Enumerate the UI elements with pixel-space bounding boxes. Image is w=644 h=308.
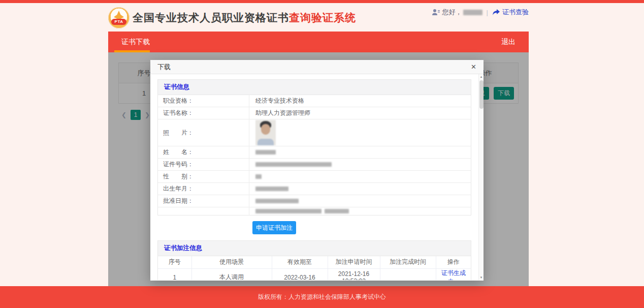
scrollbar-thumb[interactable] — [479, 80, 484, 109]
anno-cell-scene: 本人调用 — [191, 268, 272, 280]
separator: | — [487, 9, 488, 16]
anno-col-valid-until: 有效期至 — [272, 256, 328, 268]
anno-col-apply-time: 加注申请时间 — [328, 256, 380, 268]
redacted-name — [255, 150, 276, 155]
cert-verify-link[interactable]: 证书查验 — [492, 8, 529, 17]
field-occupation: 职业资格： 经济专业技术资格 — [158, 95, 471, 107]
anno-cell-index: 1 — [158, 268, 191, 280]
anno-col-action: 操作 — [436, 256, 471, 268]
field-cert-name-label: 证书名称： — [158, 107, 249, 119]
page-title-main: 全国专业技术人员职业资格证书 — [133, 12, 289, 23]
field-id-number-label: 证件号码： — [158, 159, 249, 170]
page-title-accent: 查询验证系统 — [289, 12, 356, 23]
page-footer: 版权所有：人力资源和社会保障部人事考试中心 — [0, 286, 644, 308]
field-photo-label: 照 片： — [158, 119, 249, 146]
redacted-id-number — [255, 162, 332, 167]
cert-verify-link-label: 证书查验 — [502, 8, 529, 17]
field-photo: 照 片： — [158, 119, 471, 146]
anno-col-scene: 使用场景 — [191, 256, 272, 268]
field-name-value — [249, 146, 471, 158]
cert-info-section-title: 证书信息 — [158, 80, 471, 95]
annotation-table-row: 1 本人调用 2022-03-16 2021-12-16 10:53:02 证书… — [158, 268, 471, 280]
field-name-label: 姓 名： — [158, 146, 249, 158]
scroll-up-icon[interactable]: ▲ — [480, 74, 483, 79]
redacted-approve-date — [255, 199, 299, 203]
anno-cell-complete-time — [380, 268, 436, 280]
dialog-body: 证书信息 职业资格： 经济专业技术资格 证书名称： 助理人力资源管理师 照 片： — [150, 74, 484, 280]
close-icon[interactable]: ✕ — [471, 64, 476, 70]
page-header: PTA 全国专业技术人员职业资格证书查询验证系统 您好， | 证书查验 — [0, 3, 644, 32]
field-birth-label: 出生年月： — [158, 183, 249, 195]
field-extra — [158, 207, 471, 215]
pta-logo-icon: PTA — [108, 7, 130, 28]
anno-col-complete-time: 加注完成时间 — [380, 256, 436, 268]
portrait-photo — [255, 120, 276, 145]
dialog-scrollbar[interactable]: ▲ ▼ — [478, 74, 484, 280]
field-id-number-value — [249, 159, 471, 170]
field-birth: 出生年月： — [158, 183, 471, 195]
anno-cell-apply-time: 2021-12-16 10:53:02 — [328, 268, 380, 280]
field-gender-label: 性 别： — [158, 171, 249, 182]
tab-cert-download[interactable]: 证书下载 — [108, 32, 163, 52]
anno-cell-valid-until: 2022-03-16 — [272, 268, 328, 280]
field-gender: 性 别： — [158, 171, 471, 183]
dialog-title: 下载 — [157, 63, 171, 72]
field-gender-value — [249, 171, 471, 182]
photo-face — [261, 124, 270, 135]
field-extra-value — [249, 207, 471, 215]
field-occupation-label: 职业资格： — [158, 95, 249, 107]
dialog-titlebar: 下载 ✕ — [150, 60, 484, 74]
download-dialog: 下载 ✕ 证书信息 职业资格： 经济专业技术资格 证书名称： 助理人力资源管理师… — [150, 60, 484, 281]
nav-bar: 证书下载 退出 — [108, 32, 529, 52]
user-area: 您好， | 证书查验 — [432, 8, 529, 17]
field-approve-date: 批准日期： — [158, 195, 471, 207]
field-cert-name: 证书名称： 助理人力资源管理师 — [158, 107, 471, 119]
field-occupation-value: 经济专业技术资格 — [249, 95, 471, 107]
annotation-section-title: 证书加注信息 — [158, 241, 471, 256]
redacted-birth — [255, 187, 288, 191]
field-photo-value — [249, 119, 471, 146]
tab-cert-download-label: 证书下载 — [121, 38, 150, 46]
user-icon — [432, 9, 440, 16]
cert-generating-link[interactable]: 证书生成中... — [441, 269, 466, 281]
redacted-extra-1 — [255, 209, 321, 213]
apply-annotation-button[interactable]: 申请证书加注 — [252, 221, 296, 234]
greeting-text: 您好， — [442, 8, 462, 17]
logout-button[interactable]: 退出 — [488, 32, 529, 52]
redacted-extra-2 — [325, 209, 349, 213]
redacted-gender — [255, 174, 262, 179]
share-arrow-icon — [492, 9, 500, 16]
photo-torso — [257, 139, 274, 145]
page-title: 全国专业技术人员职业资格证书查询验证系统 — [133, 11, 356, 25]
user-name-redacted — [463, 10, 482, 15]
annotation-section: 证书加注信息 序号 使用场景 有效期至 加注申请时间 加注完成时间 操作 1 本… — [157, 240, 471, 280]
field-birth-value — [249, 183, 471, 195]
scroll-down-icon[interactable]: ▼ — [480, 275, 483, 280]
cert-info-section: 证书信息 职业资格： 经济专业技术资格 证书名称： 助理人力资源管理师 照 片： — [157, 79, 471, 215]
annotation-table-header-row: 序号 使用场景 有效期至 加注申请时间 加注完成时间 操作 — [158, 256, 471, 268]
field-extra-label — [158, 207, 249, 215]
annotation-table: 序号 使用场景 有效期至 加注申请时间 加注完成时间 操作 1 本人调用 202… — [158, 256, 471, 280]
field-name: 姓 名： — [158, 146, 471, 159]
anno-col-index: 序号 — [158, 256, 191, 268]
logo-text: PTA — [111, 19, 126, 25]
copyright-text: 版权所有：人力资源和社会保障部人事考试中心 — [258, 293, 386, 300]
field-id-number: 证件号码： — [158, 159, 471, 171]
field-approve-date-label: 批准日期： — [158, 195, 249, 207]
field-approve-date-value — [249, 195, 471, 207]
field-cert-name-value: 助理人力资源管理师 — [249, 107, 471, 119]
brand: PTA 全国专业技术人员职业资格证书查询验证系统 — [108, 7, 356, 28]
